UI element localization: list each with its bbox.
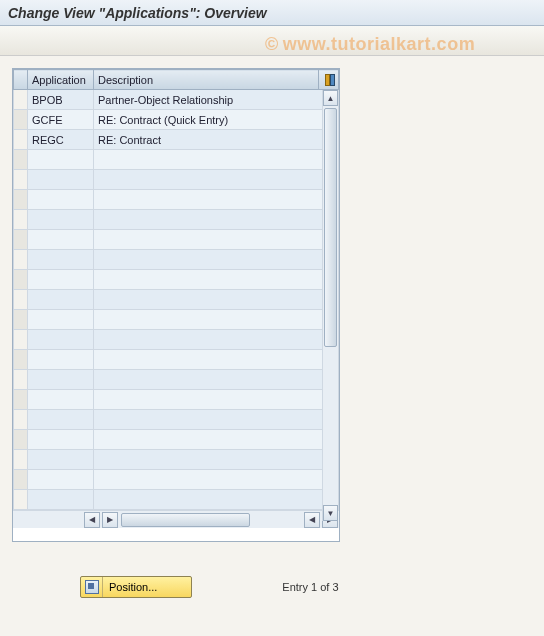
row-selector[interactable] (14, 350, 28, 370)
cell-application[interactable] (28, 150, 94, 170)
cell-description[interactable] (94, 330, 339, 350)
table-row[interactable] (14, 450, 339, 470)
cell-description[interactable] (94, 190, 339, 210)
cell-application[interactable] (28, 230, 94, 250)
row-selector[interactable] (14, 90, 28, 110)
table-row[interactable] (14, 430, 339, 450)
row-selector[interactable] (14, 310, 28, 330)
cell-description[interactable] (94, 490, 339, 510)
row-selector[interactable] (14, 290, 28, 310)
table-row[interactable] (14, 230, 339, 250)
table-row[interactable] (14, 330, 339, 350)
cell-description[interactable] (94, 170, 339, 190)
horizontal-scroll-track[interactable] (119, 513, 303, 527)
table-row[interactable] (14, 250, 339, 270)
cell-application[interactable] (28, 190, 94, 210)
cell-application[interactable]: GCFE (28, 110, 94, 130)
row-selector[interactable] (14, 130, 28, 150)
vertical-scrollbar[interactable]: ▲ ▼ (322, 90, 338, 521)
cell-description[interactable]: RE: Contract (Quick Entry) (94, 110, 339, 130)
table-row[interactable] (14, 270, 339, 290)
row-selector[interactable] (14, 190, 28, 210)
row-selector[interactable] (14, 470, 28, 490)
table-row[interactable] (14, 210, 339, 230)
row-selector[interactable] (14, 270, 28, 290)
table-row[interactable] (14, 410, 339, 430)
cell-application[interactable] (28, 370, 94, 390)
cell-description[interactable] (94, 410, 339, 430)
cell-description[interactable] (94, 310, 339, 330)
row-selector-header[interactable] (14, 70, 28, 90)
cell-application[interactable] (28, 470, 94, 490)
cell-description[interactable] (94, 450, 339, 470)
table-row[interactable] (14, 290, 339, 310)
row-selector[interactable] (14, 490, 28, 510)
cell-description[interactable] (94, 250, 339, 270)
cell-application[interactable] (28, 430, 94, 450)
cell-description[interactable] (94, 210, 339, 230)
table-row[interactable]: REGCRE: Contract (14, 130, 339, 150)
cell-application[interactable] (28, 490, 94, 510)
position-button[interactable]: Position... (80, 576, 192, 598)
cell-description[interactable] (94, 390, 339, 410)
cell-description[interactable]: Partner-Object Relationship (94, 90, 339, 110)
cell-application[interactable] (28, 250, 94, 270)
scroll-col-left-button[interactable]: ◀ (84, 512, 100, 528)
cell-application[interactable] (28, 270, 94, 290)
cell-description[interactable] (94, 350, 339, 370)
table-row[interactable]: GCFERE: Contract (Quick Entry) (14, 110, 339, 130)
row-selector[interactable] (14, 370, 28, 390)
table-settings-header[interactable] (319, 70, 339, 90)
vertical-scroll-track[interactable] (323, 106, 338, 505)
row-selector[interactable] (14, 390, 28, 410)
row-selector[interactable] (14, 210, 28, 230)
column-header-description[interactable]: Description (94, 70, 319, 90)
table-row[interactable] (14, 150, 339, 170)
table-row[interactable] (14, 310, 339, 330)
cell-application[interactable] (28, 350, 94, 370)
scroll-up-button[interactable]: ▲ (323, 90, 338, 106)
cell-application[interactable] (28, 210, 94, 230)
row-selector[interactable] (14, 430, 28, 450)
cell-description[interactable]: RE: Contract (94, 130, 339, 150)
table-row[interactable] (14, 490, 339, 510)
row-selector[interactable] (14, 330, 28, 350)
cell-description[interactable] (94, 290, 339, 310)
row-selector[interactable] (14, 170, 28, 190)
cell-application[interactable] (28, 170, 94, 190)
cell-application[interactable]: REGC (28, 130, 94, 150)
cell-application[interactable] (28, 390, 94, 410)
table-row[interactable]: BPOBPartner-Object Relationship (14, 90, 339, 110)
cell-application[interactable] (28, 310, 94, 330)
cell-application[interactable]: BPOB (28, 90, 94, 110)
cell-application[interactable] (28, 330, 94, 350)
table-row[interactable] (14, 190, 339, 210)
table-row[interactable] (14, 350, 339, 370)
cell-description[interactable] (94, 370, 339, 390)
row-selector[interactable] (14, 110, 28, 130)
cell-description[interactable] (94, 470, 339, 490)
cell-application[interactable] (28, 410, 94, 430)
table-row[interactable] (14, 390, 339, 410)
cell-description[interactable] (94, 270, 339, 290)
cell-application[interactable] (28, 290, 94, 310)
cell-application[interactable] (28, 450, 94, 470)
row-selector[interactable] (14, 410, 28, 430)
horizontal-scrollbar[interactable]: ◀ ▶ ◀ ▶ (13, 510, 339, 528)
vertical-scroll-thumb[interactable] (324, 108, 337, 347)
cell-description[interactable] (94, 430, 339, 450)
column-header-application[interactable]: Application (28, 70, 94, 90)
horizontal-scroll-thumb[interactable] (121, 513, 250, 527)
table-row[interactable] (14, 170, 339, 190)
scroll-col-right-button[interactable]: ▶ (102, 512, 118, 528)
row-selector[interactable] (14, 250, 28, 270)
row-selector[interactable] (14, 450, 28, 470)
row-selector[interactable] (14, 150, 28, 170)
scroll-left-button[interactable]: ◀ (304, 512, 320, 528)
cell-description[interactable] (94, 230, 339, 250)
scroll-down-button[interactable]: ▼ (323, 505, 338, 521)
table-row[interactable] (14, 370, 339, 390)
cell-description[interactable] (94, 150, 339, 170)
table-row[interactable] (14, 470, 339, 490)
row-selector[interactable] (14, 230, 28, 250)
